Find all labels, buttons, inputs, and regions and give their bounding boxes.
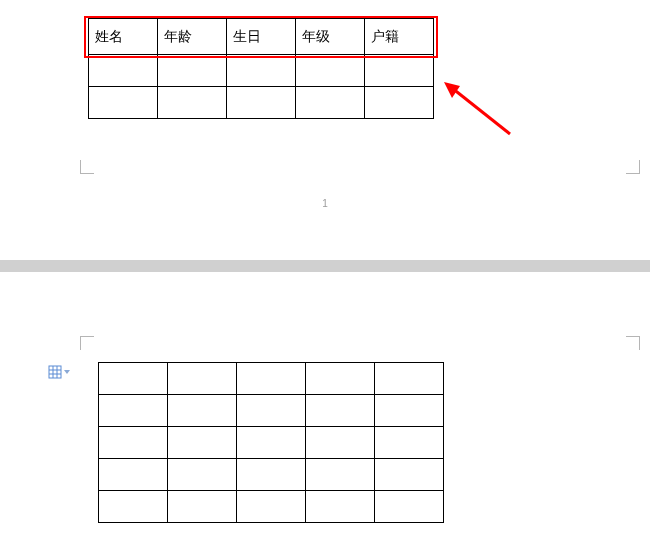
cell[interactable] <box>296 87 365 119</box>
cell[interactable] <box>237 395 306 427</box>
cell[interactable] <box>296 55 365 87</box>
table-row <box>99 427 444 459</box>
col-header[interactable]: 姓名 <box>89 19 158 55</box>
cell[interactable] <box>375 491 444 523</box>
cell[interactable] <box>99 427 168 459</box>
table-row <box>99 491 444 523</box>
cell[interactable] <box>89 87 158 119</box>
cell[interactable] <box>306 459 375 491</box>
table-1-body <box>89 55 434 119</box>
page-1: 姓名 年龄 生日 年级 户籍 <box>0 0 650 240</box>
cell[interactable] <box>375 363 444 395</box>
table-options-button[interactable] <box>48 364 72 380</box>
cell[interactable] <box>99 459 168 491</box>
table-row <box>99 459 444 491</box>
cell[interactable] <box>237 491 306 523</box>
cell[interactable] <box>99 363 168 395</box>
table-row <box>89 87 434 119</box>
cell[interactable] <box>99 395 168 427</box>
svg-rect-2 <box>49 366 61 378</box>
page-number: 1 <box>0 198 650 209</box>
cell[interactable] <box>365 87 434 119</box>
cell[interactable] <box>306 363 375 395</box>
page-2 <box>0 272 650 552</box>
table-row <box>99 395 444 427</box>
cell[interactable] <box>306 491 375 523</box>
table-2[interactable] <box>98 362 444 523</box>
cell[interactable] <box>168 363 237 395</box>
crop-mark-icon <box>626 160 640 174</box>
svg-marker-1 <box>444 82 460 98</box>
table-1[interactable]: 姓名 年龄 生日 年级 户籍 <box>88 18 434 119</box>
cell[interactable] <box>227 87 296 119</box>
cell[interactable] <box>89 55 158 87</box>
crop-mark-icon <box>626 336 640 350</box>
svg-line-0 <box>452 88 510 134</box>
table-row: 姓名 年龄 生日 年级 户籍 <box>89 19 434 55</box>
cell[interactable] <box>375 427 444 459</box>
annotation-arrow <box>442 80 512 136</box>
table-icon <box>48 365 62 379</box>
cell[interactable] <box>237 459 306 491</box>
cell[interactable] <box>375 459 444 491</box>
col-header[interactable]: 生日 <box>227 19 296 55</box>
cell[interactable] <box>237 363 306 395</box>
chevron-down-icon <box>64 370 70 374</box>
table-2-body <box>99 363 444 523</box>
table-row <box>99 363 444 395</box>
cell[interactable] <box>168 491 237 523</box>
table-1-header: 姓名 年龄 生日 年级 户籍 <box>89 19 434 55</box>
cell[interactable] <box>168 395 237 427</box>
col-header[interactable]: 年级 <box>296 19 365 55</box>
cell[interactable] <box>227 55 296 87</box>
page-break-bar <box>0 260 650 272</box>
cell[interactable] <box>306 395 375 427</box>
crop-mark-icon <box>80 336 94 350</box>
cell[interactable] <box>237 427 306 459</box>
cell[interactable] <box>168 459 237 491</box>
table-2-container <box>98 362 444 523</box>
cell[interactable] <box>365 55 434 87</box>
cell[interactable] <box>375 395 444 427</box>
table-row <box>89 55 434 87</box>
col-header[interactable]: 户籍 <box>365 19 434 55</box>
col-header[interactable]: 年龄 <box>158 19 227 55</box>
cell[interactable] <box>306 427 375 459</box>
cell[interactable] <box>158 55 227 87</box>
table-1-container: 姓名 年龄 生日 年级 户籍 <box>88 18 434 119</box>
cell[interactable] <box>158 87 227 119</box>
crop-mark-icon <box>80 160 94 174</box>
cell[interactable] <box>168 427 237 459</box>
cell[interactable] <box>99 491 168 523</box>
